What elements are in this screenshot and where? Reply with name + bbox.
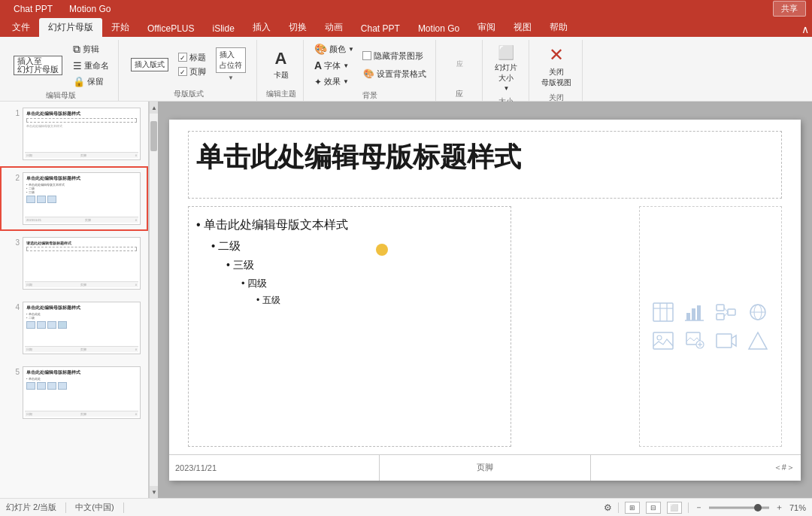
ribbon-btn-theme[interactable]: A 卡题	[269, 46, 293, 83]
ribbon-tab-view[interactable]: 视图	[504, 18, 541, 37]
ribbon-tab-insert[interactable]: 插入	[244, 18, 280, 37]
shape-icon[interactable]	[744, 329, 771, 353]
zoom-slider[interactable]	[709, 506, 769, 509]
ribbon-btn-theme-label: 卡题	[274, 70, 289, 80]
slide-1-sub: 单击此处编辑母版文本样式	[26, 124, 137, 128]
ribbon-btn-colors[interactable]: 🎨 颜色 ▼	[311, 41, 357, 56]
video-icon[interactable]	[713, 329, 740, 353]
ribbon-tab-islide[interactable]: iSlide	[203, 20, 243, 37]
slide-thumb-4[interactable]: 4 单击此处编辑母版标题样式 • 单击此处• 二级 日期页脚#	[0, 296, 148, 360]
ribbon-btn-rename[interactable]: ☰ 重命名	[70, 59, 112, 73]
online-picture-icon[interactable]	[681, 329, 708, 353]
effects-icon: ✦	[314, 77, 322, 87]
ribbon-group-master-layout-label: 母版版式	[174, 87, 204, 101]
ribbon-btn-insert-slide-master[interactable]: 插入至幻灯片母版	[9, 53, 67, 78]
content-placeholder[interactable]	[639, 206, 782, 447]
ribbon-group-background-content: 🎨 颜色 ▼ A 字体 ▼ ✦ 效果 ▼ 隐藏背景图形	[311, 41, 429, 89]
ribbon-group-master-layout-content: 插入版式 标题 页脚 插入占位符 ▼	[126, 41, 250, 87]
ribbon-btn-copy[interactable]: ⧉ 剪辑	[70, 41, 112, 57]
slide-thumb-5[interactable]: 5 单击此处编辑母版标题样式 • 单击此处 日期页脚#	[0, 360, 148, 425]
zoom-in-icon[interactable]: ＋	[775, 502, 783, 513]
slide-1-footer: 日期页脚#	[25, 152, 138, 158]
ribbon-tab-officeplus[interactable]: OfficePLUS	[138, 20, 203, 37]
slide-canvas[interactable]: 单击此处编辑母版标题样式 • 单击此处编辑母版文本样式 • 二级 • 三级 • …	[169, 120, 801, 481]
ribbon-group-master-layout: 插入版式 标题 页脚 插入占位符 ▼ 母版版式	[120, 40, 257, 101]
ribbon-tabs: 文件 幻灯片母版 开始 OfficePLUS iSlide 插入 切换 动画 C…	[0, 17, 812, 37]
title-placeholder[interactable]: 单击此处编辑母版标题样式	[188, 131, 782, 199]
ribbon-group-edit-theme-content: A 卡题	[269, 41, 293, 87]
ribbon-btn-insert-layout[interactable]: 插入版式	[126, 55, 173, 74]
insert-placeholder-arrow: ▼	[228, 74, 234, 81]
slide-thumb-1[interactable]: 1 单击此处编辑母版标题样式 单击此处编辑母版文本样式 日期页脚#	[0, 102, 148, 166]
display-settings-icon[interactable]: ⚙	[604, 502, 612, 513]
hide-bg-checkbox	[362, 51, 371, 60]
checkbox-footer[interactable]: 页脚	[176, 65, 208, 78]
table-icon[interactable]	[650, 300, 677, 324]
body-placeholder[interactable]: • 单击此处编辑母版文本样式 • 二级 • 三级 • 四级 • 五级	[188, 206, 511, 447]
title-tab-chat-ppt[interactable]: Chat PPT	[6, 2, 60, 16]
status-left: 幻灯片 2/当版 中文(中国)	[6, 502, 595, 513]
ribbon-tab-review[interactable]: 审阅	[468, 18, 504, 37]
grid-view-btn[interactable]: ⊟	[646, 502, 661, 514]
slide-size-arrow: ▼	[503, 85, 509, 92]
ribbon-btn-rename-label: 重命名	[84, 60, 109, 71]
footer-checkbox	[178, 67, 187, 76]
footer-date[interactable]: 2023/11/21	[169, 455, 380, 481]
checkbox-hide-bg[interactable]: 隐藏背景图形	[360, 50, 429, 62]
panel-scrollbar[interactable]: ▲ ▼	[149, 102, 158, 498]
checkbox-hide-bg-label: 隐藏背景图形	[374, 50, 423, 62]
slide-thumb-img-3: 请选此处编辑母版标题样式 日期页脚#	[23, 237, 141, 290]
ribbon-collapse-icon[interactable]: ∧	[801, 23, 809, 35]
share-button[interactable]: 共享	[773, 1, 806, 17]
picture-placeholder-icon[interactable]	[650, 329, 677, 353]
slide-5-text: • 单击此处	[26, 377, 137, 381]
status-sep-3	[618, 502, 619, 513]
ribbon-tab-transition[interactable]: 切换	[280, 18, 316, 37]
svg-rect-9	[717, 314, 724, 320]
ribbon-btn-bg-format[interactable]: 🎨 设置背景格式	[360, 67, 429, 81]
slide-num-1: 1	[8, 109, 20, 117]
ribbon-group-close: ✕ 关闭母版视图 关闭	[531, 40, 583, 101]
svg-rect-0	[653, 303, 673, 321]
ribbon-tab-slide-master[interactable]: 幻灯片母版	[39, 18, 102, 37]
normal-view-btn[interactable]: ⊞	[625, 502, 640, 514]
ribbon-btn-preserve[interactable]: 🔒 保留	[70, 74, 112, 89]
slide-size-icon: ⬜	[498, 44, 514, 61]
ribbon-tab-animation[interactable]: 动画	[316, 18, 352, 37]
ribbon-btn-insert-placeholder[interactable]: 插入占位符 ▼	[211, 44, 250, 84]
reading-view-btn[interactable]: ⬜	[667, 502, 682, 514]
fonts-icon: A	[314, 59, 322, 71]
content-icon-grid	[650, 300, 771, 353]
checkbox-title[interactable]: 标题	[176, 51, 208, 64]
footer-center[interactable]: 页脚	[380, 455, 590, 481]
bullet-1: • 单击此处编辑母版文本样式	[196, 214, 503, 236]
slide-1-placeholder	[26, 118, 137, 123]
ribbon-btn-slide-size[interactable]: ⬜ 幻灯片大小 ▼	[490, 41, 522, 95]
zoom-level: 71%	[789, 503, 806, 512]
zoom-out-icon[interactable]: －	[695, 502, 703, 513]
chart-icon[interactable]	[681, 300, 708, 324]
footer-page[interactable]: ＜#＞	[591, 455, 801, 481]
slide-thumb-2[interactable]: 2 单击此处编辑母版标题样式 • 单击此处编辑母版文本样式• 二级• 三级 20…	[0, 166, 148, 231]
ribbon-tab-file[interactable]: 文件	[3, 18, 39, 37]
ribbon-btn-effects[interactable]: ✦ 效果 ▼	[311, 74, 357, 89]
ribbon-group-edit-master: 插入至幻灯片母版 ⧉ 剪辑 ☰ 重命名 🔒 保留 编辑母版	[3, 40, 119, 101]
ribbon-tab-help[interactable]: 帮助	[541, 18, 577, 37]
ribbon-tab-home[interactable]: 开始	[102, 18, 138, 37]
online-media-icon[interactable]	[744, 300, 771, 324]
title-tab-motion-go[interactable]: Motion Go	[62, 2, 118, 16]
theme-icon: A	[275, 49, 287, 68]
panel-scroll-thumb[interactable]	[150, 121, 157, 151]
slide-info: 幻灯片 2/当版	[6, 502, 56, 513]
ribbon-tab-chat[interactable]: Chat PPT	[352, 20, 409, 37]
status-sep-1	[65, 502, 66, 513]
ribbon-btn-close-master[interactable]: ✕ 关闭母版视图	[537, 41, 576, 91]
svg-rect-16	[653, 332, 673, 349]
slide-thumb-3[interactable]: 3 请选此处编辑母版标题样式 日期页脚#	[0, 231, 148, 296]
smartart-icon[interactable]	[713, 300, 740, 324]
bullet-list: • 单击此处编辑母版文本样式 • 二级 • 三级 • 四级 • 五级	[189, 207, 511, 317]
ribbon-tab-motion[interactable]: Motion Go	[409, 20, 468, 37]
ribbon-btn-fonts[interactable]: A 字体 ▼	[311, 58, 357, 73]
ribbon-group-close-content: ✕ 关闭母版视图	[537, 41, 576, 91]
slide-2-footer: 2023/11/21页脚#	[25, 217, 138, 223]
